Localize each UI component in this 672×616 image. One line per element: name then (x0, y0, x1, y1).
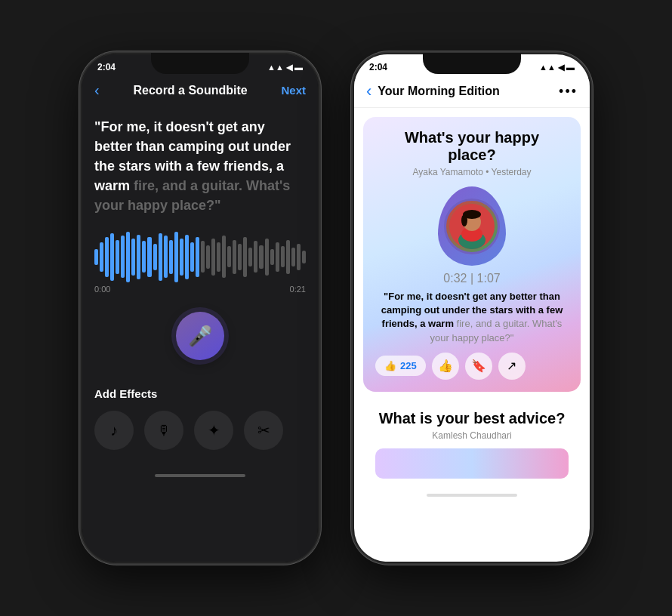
like-count: 225 (400, 360, 417, 371)
wave-bar (248, 248, 252, 266)
dark-phone: 2:04 ▲▲ ◀ ▬ ‹ Record a Soundbite Next "F… (79, 51, 321, 565)
wave-bar (291, 248, 295, 266)
wave-bar (265, 239, 269, 276)
dark-status-icons: ▲▲ ◀ ▬ (267, 63, 303, 72)
wave-bar (222, 236, 226, 278)
waveform (94, 230, 306, 283)
thumbs-up-icon: 👍 (384, 360, 396, 371)
light-nav-title: Your Morning Edition (378, 85, 559, 98)
post-quote: "For me, it doesn't get any better than … (375, 290, 569, 345)
wave-bar (302, 251, 306, 264)
playback-total: 1:07 (477, 272, 501, 285)
effect-music-button[interactable]: ♪ (94, 411, 134, 450)
bookmark-button[interactable]: 🔖 (465, 353, 492, 380)
wave-bar (159, 233, 162, 281)
like-button[interactable]: 👍 225 (375, 356, 426, 376)
second-post-author: Kamlesh Chaudhari (366, 430, 578, 441)
wave-bar (297, 244, 301, 270)
light-home-indicator (354, 482, 590, 507)
light-status-icons: ▲▲ ◀ ▬ (539, 63, 575, 72)
record-button-container: 🎤 (94, 312, 306, 360)
wave-bar (110, 233, 114, 281)
dark-next-button[interactable]: Next (281, 84, 306, 97)
bookmark-icon: 🔖 (471, 359, 486, 373)
like-icon-button[interactable]: 👍 (432, 353, 459, 380)
dark-phone-screen: 2:04 ▲▲ ◀ ▬ ‹ Record a Soundbite Next "F… (82, 54, 318, 562)
post-author: Ayaka Yamamoto (413, 167, 483, 177)
wave-bar (126, 232, 130, 282)
second-post-preview (375, 448, 569, 479)
microphone-icon: 🎤 (188, 325, 212, 348)
wave-bar (147, 237, 151, 277)
waveform-container[interactable]: 0:00 0:21 (94, 230, 306, 294)
wave-bar (153, 244, 157, 270)
home-indicator (82, 462, 318, 488)
wave-bar (116, 240, 119, 275)
wave-bar (201, 241, 205, 273)
dark-nav-bar: ‹ Record a Soundbite Next (82, 75, 318, 105)
effects-title: Add Effects (94, 387, 306, 400)
wave-bar (100, 242, 103, 272)
light-phone: 2:04 ▲▲ ◀ ▬ ‹ Your Morning Edition ••• W… (351, 51, 593, 565)
wave-bar (94, 249, 98, 265)
wave-bar (227, 246, 231, 267)
wave-bar (196, 237, 199, 277)
light-time: 2:04 (369, 62, 387, 72)
light-nav-bar: ‹ Your Morning Edition ••• (354, 75, 590, 108)
wave-bar (233, 240, 236, 275)
home-bar (155, 474, 245, 477)
person-svg (449, 204, 495, 249)
wave-bar (211, 239, 215, 276)
playback-time: 0:32 | 1:07 (375, 272, 569, 285)
wave-bar (217, 242, 220, 272)
wave-bar (174, 232, 178, 282)
dark-time: 2:04 (97, 62, 116, 72)
second-post-title: What is your best advice? (366, 410, 578, 427)
effects-section: Add Effects ♪ 🎙 ✦ ✂ (82, 387, 318, 462)
effect-voice-button[interactable]: 🎙 (144, 411, 183, 450)
wave-bar (185, 235, 189, 280)
quote-text: "For me, it doesn't get any better than … (94, 117, 306, 215)
light-status-bar: 2:04 ▲▲ ◀ ▬ (354, 54, 590, 75)
dark-content-area: "For me, it doesn't get any better than … (82, 105, 318, 387)
wave-bar (131, 239, 135, 276)
wave-bar (281, 246, 285, 267)
like-outline-icon: 👍 (438, 359, 453, 373)
playback-current: 0:32 (443, 272, 467, 285)
wave-bar (169, 240, 173, 275)
dark-back-button[interactable]: ‹ (94, 82, 100, 99)
dark-status-bar: 2:04 ▲▲ ◀ ▬ (82, 54, 318, 75)
more-button[interactable]: ••• (559, 84, 578, 100)
wave-bar (105, 237, 109, 277)
record-button[interactable]: 🎤 (176, 312, 224, 360)
effect-sparkle-button[interactable]: ✦ (194, 411, 233, 450)
dark-nav-title: Record a Soundbite (134, 84, 248, 97)
playback-separator: | (470, 272, 477, 285)
waveform-end-time: 0:21 (290, 285, 306, 294)
wave-bar (137, 235, 140, 280)
wave-bar (259, 245, 263, 270)
post-title: What's your happy place? (375, 129, 569, 164)
avatar-container (375, 186, 569, 266)
svg-point-5 (461, 214, 467, 226)
waveform-times: 0:00 0:21 (94, 285, 306, 294)
sparkle-icon: ✦ (208, 421, 220, 439)
second-post: What is your best advice? Kamlesh Chaudh… (354, 401, 590, 482)
light-phone-screen: 2:04 ▲▲ ◀ ▬ ‹ Your Morning Edition ••• W… (354, 54, 590, 562)
light-back-button[interactable]: ‹ (366, 82, 371, 101)
wave-bar (276, 242, 279, 272)
share-button[interactable]: ↗ (498, 353, 526, 380)
scissors-icon: ✂ (257, 421, 270, 439)
wave-bar (243, 237, 247, 277)
post-meta: Ayaka Yamamoto • Yesterday (375, 167, 569, 177)
effects-row: ♪ 🎙 ✦ ✂ (94, 411, 306, 450)
effect-cut-button[interactable]: ✂ (244, 411, 283, 450)
post-time: Yesterday (492, 167, 532, 177)
avatar (444, 199, 500, 254)
share-icon: ↗ (507, 359, 516, 373)
waveform-start-time: 0:00 (94, 285, 110, 294)
wave-bar (180, 239, 183, 276)
post-card: What's your happy place? Ayaka Yamamoto … (363, 117, 581, 392)
wave-bar (238, 244, 242, 270)
action-bar: 👍 225 👍 🔖 ↗ (375, 353, 569, 380)
